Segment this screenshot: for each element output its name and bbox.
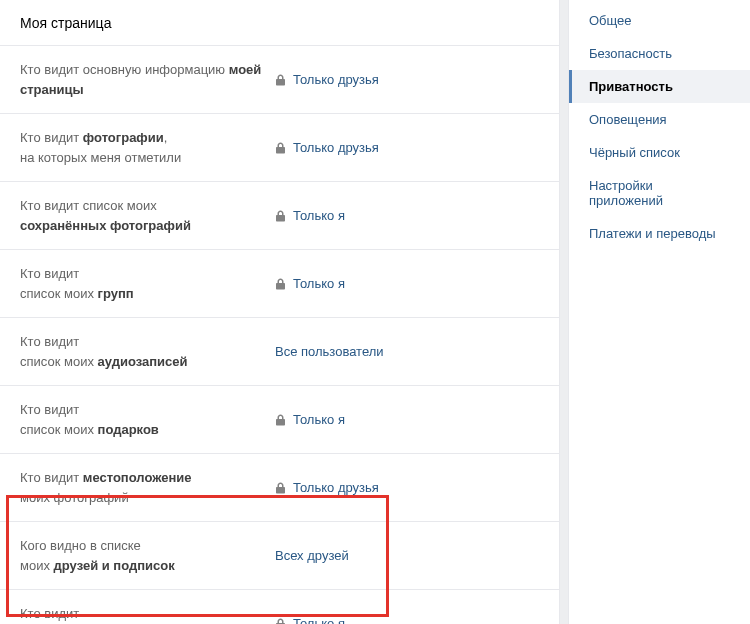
sidebar-item[interactable]: Безопасность bbox=[569, 37, 750, 70]
setting-row: Кого видно в списке моих друзей и подпис… bbox=[0, 522, 559, 590]
setting-value-dropdown[interactable]: Только я bbox=[275, 616, 345, 624]
setting-label: Кто видит список моих сохранённых фотогр… bbox=[20, 196, 275, 235]
setting-label: Кто видит список моих подарков bbox=[20, 400, 275, 439]
setting-label: Кто видит моих скрытых друзей bbox=[20, 604, 275, 624]
setting-value-text: Только я bbox=[293, 276, 345, 291]
setting-value-dropdown[interactable]: Только я bbox=[275, 276, 345, 291]
setting-label: Кто видит фотографии, на которых меня от… bbox=[20, 128, 275, 167]
setting-value-dropdown[interactable]: Все пользователи bbox=[275, 344, 384, 359]
setting-value-text: Только я bbox=[293, 208, 345, 223]
setting-value-text: Только я bbox=[293, 412, 345, 427]
settings-main-panel: Моя страница Кто видит основную информац… bbox=[0, 0, 560, 624]
section-title: Моя страница bbox=[0, 0, 559, 46]
setting-row: Кто видит местоположение моих фотографий… bbox=[0, 454, 559, 522]
settings-sidebar: ОбщееБезопасностьПриватностьОповещенияЧё… bbox=[568, 0, 750, 624]
setting-value-text: Только друзья bbox=[293, 140, 379, 155]
sidebar-item-label: Общее bbox=[589, 13, 632, 28]
sidebar-item[interactable]: Оповещения bbox=[569, 103, 750, 136]
setting-value-dropdown[interactable]: Только я bbox=[275, 208, 345, 223]
setting-value-dropdown[interactable]: Только друзья bbox=[275, 72, 379, 87]
sidebar-item[interactable]: Чёрный список bbox=[569, 136, 750, 169]
lock-icon bbox=[275, 618, 286, 625]
setting-value-dropdown[interactable]: Только друзья bbox=[275, 140, 379, 155]
sidebar-item-label: Безопасность bbox=[589, 46, 672, 61]
sidebar-item-label: Чёрный список bbox=[589, 145, 680, 160]
lock-icon bbox=[275, 142, 286, 154]
sidebar-item[interactable]: Общее bbox=[569, 4, 750, 37]
settings-list: Кто видит основную информацию моей стран… bbox=[0, 46, 559, 624]
lock-icon bbox=[275, 210, 286, 222]
sidebar-item[interactable]: Приватность bbox=[569, 70, 750, 103]
sidebar-item[interactable]: Настройки приложений bbox=[569, 169, 750, 217]
setting-value-text: Только друзья bbox=[293, 72, 379, 87]
sidebar-item-label: Оповещения bbox=[589, 112, 667, 127]
setting-value-dropdown[interactable]: Всех друзей bbox=[275, 548, 349, 563]
setting-value-dropdown[interactable]: Только друзья bbox=[275, 480, 379, 495]
sidebar-item-label: Платежи и переводы bbox=[589, 226, 716, 241]
setting-value-text: Только друзья bbox=[293, 480, 379, 495]
setting-row: Кто видит список моих сохранённых фотогр… bbox=[0, 182, 559, 250]
setting-row: Кто видит основную информацию моей стран… bbox=[0, 46, 559, 114]
setting-value-text: Все пользователи bbox=[275, 344, 384, 359]
setting-row: Кто видит фотографии, на которых меня от… bbox=[0, 114, 559, 182]
lock-icon bbox=[275, 278, 286, 290]
setting-value-text: Только я bbox=[293, 616, 345, 624]
lock-icon bbox=[275, 414, 286, 426]
sidebar-item-label: Настройки приложений bbox=[589, 178, 663, 208]
sidebar-item[interactable]: Платежи и переводы bbox=[569, 217, 750, 250]
setting-row: Кто видит список моих аудиозаписейВсе по… bbox=[0, 318, 559, 386]
setting-row: Кто видит моих скрытых друзейТолько я bbox=[0, 590, 559, 624]
setting-row: Кто видит список моих подарковТолько я bbox=[0, 386, 559, 454]
lock-icon bbox=[275, 482, 286, 494]
setting-label: Кто видит местоположение моих фотографий bbox=[20, 468, 275, 507]
setting-value-dropdown[interactable]: Только я bbox=[275, 412, 345, 427]
lock-icon bbox=[275, 74, 286, 86]
setting-row: Кто видит список моих группТолько я bbox=[0, 250, 559, 318]
sidebar-item-label: Приватность bbox=[589, 79, 673, 94]
setting-label: Кто видит список моих аудиозаписей bbox=[20, 332, 275, 371]
setting-label: Кто видит основную информацию моей стран… bbox=[20, 60, 275, 99]
setting-label: Кто видит список моих групп bbox=[20, 264, 275, 303]
setting-value-text: Всех друзей bbox=[275, 548, 349, 563]
setting-label: Кого видно в списке моих друзей и подпис… bbox=[20, 536, 275, 575]
